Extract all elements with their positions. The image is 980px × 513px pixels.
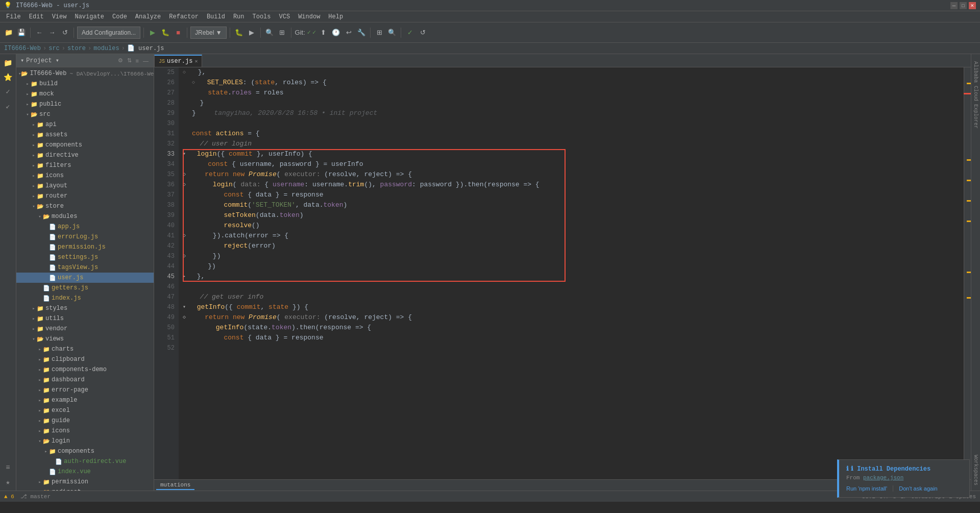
toolbar-forward-icon[interactable]: → xyxy=(46,27,58,38)
menu-refactor[interactable]: Refactor xyxy=(165,12,203,21)
tab-mutations[interactable]: mutations xyxy=(156,481,194,490)
toolbar-zoom-icon[interactable]: 🔍 xyxy=(386,27,398,38)
toolbar-git-icon[interactable]: Git: xyxy=(295,27,306,38)
breadcrumb-modules[interactable]: modules xyxy=(93,45,119,52)
tree-item-src[interactable]: ▾📂src xyxy=(16,109,154,119)
tree-item-user-js[interactable]: 📄user.js xyxy=(16,273,154,283)
toolbar-commit-icon[interactable]: ⬆ xyxy=(317,27,329,38)
tree-item-styles[interactable]: ▸📁styles xyxy=(16,303,154,313)
tree-item-components[interactable]: ▸📁components xyxy=(16,446,154,456)
toolbar-run2-icon[interactable]: ▶ xyxy=(246,27,257,38)
toolbar-undo-icon[interactable]: ↩ xyxy=(343,27,354,38)
tool-pull-requests-icon[interactable]: ↙ xyxy=(2,99,15,112)
menu-run[interactable]: Run xyxy=(229,12,249,21)
tree-item-components-demo[interactable]: ▸📁components-demo xyxy=(16,364,154,375)
tree-item-mock[interactable]: ▸📁mock xyxy=(16,89,154,99)
tree-item-filters[interactable]: ▸📁filters xyxy=(16,160,154,170)
toolbar-layout-icon[interactable]: ⊞ xyxy=(374,27,385,38)
tool-favorites-bottom-icon[interactable]: ★ xyxy=(2,475,15,488)
breadcrumb-src[interactable]: src xyxy=(48,45,60,52)
menu-view[interactable]: View xyxy=(48,12,71,21)
menu-code[interactable]: Code xyxy=(108,12,131,21)
breadcrumb-root[interactable]: IT6666-Web xyxy=(4,45,41,52)
menu-navigate[interactable]: Navigate xyxy=(70,12,108,21)
close-button[interactable]: ✕ xyxy=(969,2,976,9)
toolbar-run-icon[interactable]: ▶ xyxy=(147,27,158,38)
tree-item-errorLog-js[interactable]: 📄errorLog.js xyxy=(16,232,154,242)
tree-item-index-vue[interactable]: 📄index.vue xyxy=(16,467,154,477)
title-bar-controls[interactable]: ─ □ ✕ xyxy=(950,2,976,9)
add-configuration-button[interactable]: Add Configuration... xyxy=(77,27,140,39)
project-sort-icon[interactable]: ⇅ xyxy=(126,56,133,65)
right-sidebar-workspaces-icon[interactable]: Workspaces xyxy=(973,455,978,485)
project-close-icon[interactable]: — xyxy=(142,56,150,65)
breadcrumb-store[interactable]: store xyxy=(67,45,86,52)
tree-item-directive[interactable]: ▸📁directive xyxy=(16,150,154,160)
toolbar-debug2-icon[interactable]: 🐛 xyxy=(233,27,244,38)
toolbar-terminal-icon[interactable]: ⊞ xyxy=(277,27,288,38)
tab-close-icon[interactable]: ✕ xyxy=(194,58,198,64)
toolbar-history-icon[interactable]: 🕐 xyxy=(330,27,341,38)
toolbar-search-icon[interactable]: 🔍 xyxy=(264,27,275,38)
tree-item-assets[interactable]: ▸📁assets xyxy=(16,130,154,140)
tree-item-dashboard[interactable]: ▸📁dashboard xyxy=(16,375,154,385)
notification-dismiss-button[interactable]: Don't ask again xyxy=(899,485,937,492)
tree-item-guide[interactable]: ▸📁guide xyxy=(16,416,154,426)
tool-favorites-icon[interactable]: ⭐ xyxy=(2,70,15,84)
tree-item-store[interactable]: ▾📂store xyxy=(16,201,154,211)
code-content[interactable]: ◇ }, ◇ SET_ROLES: (state, roles) => { st… xyxy=(179,67,964,479)
tree-item-charts[interactable]: ▸📁charts xyxy=(16,344,154,354)
status-git[interactable]: ⎇ master xyxy=(20,493,51,500)
toolbar-stop-icon[interactable]: ■ xyxy=(173,27,184,38)
tree-item-redirect[interactable]: ▸📁redirect xyxy=(16,487,154,491)
tree-item-getters-js[interactable]: 📄getters.js xyxy=(16,283,154,293)
menu-file[interactable]: File xyxy=(2,12,25,21)
tree-item-public[interactable]: ▸📁public xyxy=(16,99,154,109)
tree-item-views[interactable]: ▾📂views xyxy=(16,334,154,344)
tree-item-modules[interactable]: ▾📂modules xyxy=(16,211,154,222)
toolbar-refresh-icon[interactable]: ↺ xyxy=(59,27,70,38)
tree-item-layout[interactable]: ▸📁layout xyxy=(16,181,154,191)
menu-vcs[interactable]: VCS xyxy=(275,12,295,21)
tree-item-utils[interactable]: ▸📁utils xyxy=(16,313,154,324)
tree-item-router[interactable]: ▸📁router xyxy=(16,191,154,201)
tree-item-app-js[interactable]: 📄app.js xyxy=(16,222,154,232)
project-settings-icon[interactable]: ⚙ xyxy=(117,56,124,65)
toolbar-refresh2-icon[interactable]: ↺ xyxy=(417,27,428,38)
tree-item-index-js[interactable]: 📄index.js xyxy=(16,293,154,303)
menu-window[interactable]: Window xyxy=(294,12,324,21)
tree-item-vendor[interactable]: ▸📁vendor xyxy=(16,324,154,334)
tree-item-permission-js[interactable]: 📄permission.js xyxy=(16,242,154,252)
tree-item-icons[interactable]: ▸📁icons xyxy=(16,170,154,181)
tree-item-icons[interactable]: ▸📁icons xyxy=(16,426,154,436)
menu-build[interactable]: Build xyxy=(203,12,229,21)
minimize-button[interactable]: ─ xyxy=(950,2,958,9)
tree-item-components[interactable]: ▸📁components xyxy=(16,140,154,150)
tab-user-js[interactable]: JS user.js ✕ xyxy=(154,55,202,67)
status-warnings[interactable]: ▲ 6 xyxy=(4,494,14,500)
notification-from-link[interactable]: package.json xyxy=(863,475,903,481)
tool-structure-icon[interactable]: ≡ xyxy=(2,461,15,474)
tool-project-icon[interactable]: 📁 xyxy=(2,56,15,69)
toolbar-wrench-icon[interactable]: 🔧 xyxy=(356,27,367,38)
tree-item-excel[interactable]: ▸📁excel xyxy=(16,405,154,416)
menu-tools[interactable]: Tools xyxy=(249,12,275,21)
toolbar-project-icon[interactable]: 📁 xyxy=(3,27,14,38)
menu-edit[interactable]: Edit xyxy=(25,12,48,21)
tree-item-tagsView-js[interactable]: 📄tagsView.js xyxy=(16,262,154,273)
tool-commit-icon[interactable]: ✓ xyxy=(2,85,15,98)
menu-help[interactable]: Help xyxy=(324,12,347,21)
right-sidebar-alibaba-icon[interactable]: Alibaba Cloud Explorer xyxy=(973,61,978,129)
toolbar-check-icon[interactable]: ✓ xyxy=(404,27,415,38)
maximize-button[interactable]: □ xyxy=(960,2,967,9)
tree-item-clipboard[interactable]: ▸📁clipboard xyxy=(16,354,154,364)
project-gear-icon[interactable]: ≡ xyxy=(135,56,140,65)
menu-analyze[interactable]: Analyze xyxy=(131,12,165,21)
tree-item-IT6666-Web[interactable]: ▾📂IT6666-Web~ DA\DevlopY...\IT6666-Web m… xyxy=(16,68,154,79)
jrebel-button[interactable]: JRebel ▼ xyxy=(190,27,227,39)
tree-item-login[interactable]: ▾📂login xyxy=(16,436,154,446)
tree-item-permission[interactable]: ▸📁permission xyxy=(16,477,154,487)
toolbar-debug-icon[interactable]: 🐛 xyxy=(160,27,171,38)
tree-item-build[interactable]: ▸📁build xyxy=(16,79,154,89)
tree-item-error-page[interactable]: ▸📁error-page xyxy=(16,385,154,395)
